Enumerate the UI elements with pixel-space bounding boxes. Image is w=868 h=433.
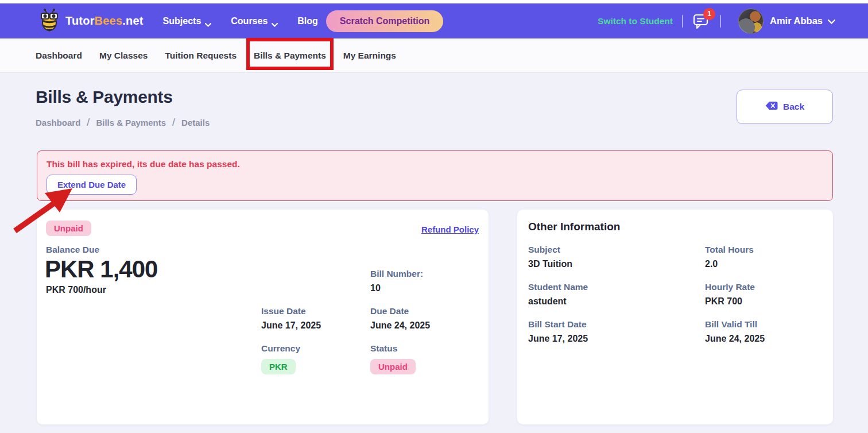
divider — [682, 15, 683, 28]
balance-due-label: Balance Due — [46, 245, 99, 255]
other-information-card: Other Information Subject 3D Tuition Tot… — [517, 210, 833, 424]
student-name-label: Student Name — [528, 282, 588, 292]
total-hours-field: Total Hours 2.0 — [705, 245, 754, 269]
main-nav: Subjects Courses Blog — [163, 16, 318, 26]
subject-field: Subject 3D Tuition — [528, 245, 572, 269]
nav-blog[interactable]: Blog — [297, 16, 318, 26]
breadcrumb: Dashboard / Bills & Payments / Details — [36, 117, 210, 129]
student-name-field: Student Name astudent — [528, 282, 588, 307]
breadcrumb-details: Details — [181, 118, 210, 127]
brand-logo[interactable]: TutorBees.net — [38, 9, 144, 34]
bill-status-badge: Unpaid — [46, 221, 91, 236]
total-hours-label: Total Hours — [705, 245, 754, 255]
refund-policy-link[interactable]: Refund Policy — [421, 225, 479, 234]
due-date-value: June 24, 2025 — [370, 320, 430, 331]
hourly-rate-value: PKR 700 — [705, 296, 755, 307]
other-information-title: Other Information — [528, 221, 620, 233]
due-date-label: Due Date — [370, 306, 430, 316]
page: TutorBees.net Subjects Courses Blog Scra… — [0, 0, 868, 433]
messages-icon[interactable]: 1 — [692, 13, 711, 30]
bill-number-value: 10 — [370, 283, 423, 293]
divider — [720, 15, 721, 28]
bill-start-date-label: Bill Start Date — [528, 319, 588, 330]
chevron-down-icon[interactable] — [828, 16, 835, 26]
issue-date-value: June 17, 2025 — [261, 320, 321, 331]
scratch-competition-button[interactable]: Scratch Competition — [326, 10, 443, 32]
back-label: Back — [783, 102, 804, 112]
bill-number-field: Bill Number: 10 — [370, 269, 423, 293]
total-hours-value: 2.0 — [705, 259, 754, 269]
tab-dashboard[interactable]: Dashboard — [36, 38, 82, 72]
notification-badge: 1 — [703, 8, 715, 20]
back-button[interactable]: Back — [737, 90, 833, 124]
bill-valid-till-value: June 24, 2025 — [705, 334, 765, 344]
breadcrumb-separator: / — [87, 117, 90, 129]
tab-my-earnings[interactable]: My Earnings — [343, 38, 396, 72]
hourly-rate-label: Hourly Rate — [705, 282, 755, 292]
breadcrumb-dashboard[interactable]: Dashboard — [36, 118, 80, 127]
due-date-field: Due Date June 24, 2025 — [370, 306, 430, 331]
expired-bill-alert: This bill has expired, its due date has … — [37, 150, 833, 201]
extend-due-date-button[interactable]: Extend Due Date — [46, 175, 137, 195]
status-badge: Unpaid — [370, 359, 416, 374]
hourly-rate-field: Hourly Rate PKR 700 — [705, 282, 755, 307]
currency-label: Currency — [261, 343, 300, 354]
currency-badge: PKR — [261, 359, 296, 374]
tab-bills-payments[interactable]: Bills & Payments — [254, 38, 326, 72]
chevron-down-icon — [272, 19, 278, 23]
currency-field: Currency PKR — [261, 343, 300, 374]
breadcrumb-bills-payments[interactable]: Bills & Payments — [96, 118, 166, 127]
user-name[interactable]: Amir Abbas — [770, 16, 823, 26]
backspace-icon — [765, 101, 778, 113]
subject-label: Subject — [528, 245, 572, 255]
navbar: TutorBees.net Subjects Courses Blog Scra… — [0, 3, 868, 38]
issue-date-field: Issue Date June 17, 2025 — [261, 306, 321, 331]
bill-valid-till-label: Bill Valid Till — [705, 319, 765, 330]
bee-logo-icon — [38, 9, 61, 34]
bill-number-label: Bill Number: — [370, 269, 423, 279]
nav-courses[interactable]: Courses — [231, 16, 278, 26]
hourly-rate-text: PKR 700/hour — [46, 285, 106, 295]
brand-wordmark: TutorBees.net — [65, 14, 144, 28]
breadcrumb-separator: / — [172, 117, 175, 129]
tab-tuition-requests[interactable]: Tuition Requests — [165, 38, 237, 72]
subject-value: 3D Tuition — [528, 259, 572, 269]
page-title: Bills & Payments — [36, 87, 173, 107]
bill-details-card: Unpaid Refund Policy Balance Due PKR 1,4… — [37, 210, 489, 424]
nav-subjects[interactable]: Subjects — [163, 16, 212, 26]
status-field: Status Unpaid — [370, 343, 416, 374]
bill-start-date-field: Bill Start Date June 17, 2025 — [528, 319, 588, 344]
bill-start-date-value: June 17, 2025 — [528, 334, 588, 344]
balance-due-amount: PKR 1,400 — [45, 256, 157, 283]
chevron-down-icon — [205, 19, 211, 23]
status-label: Status — [370, 343, 416, 354]
switch-to-student-link[interactable]: Switch to Student — [598, 16, 673, 26]
student-name-value: astudent — [528, 296, 588, 307]
user-avatar[interactable] — [738, 9, 764, 34]
issue-date-label: Issue Date — [261, 306, 321, 316]
bill-valid-till-field: Bill Valid Till June 24, 2025 — [705, 319, 765, 344]
alert-message: This bill has expired, its due date has … — [46, 159, 823, 169]
section-tabs: Dashboard My Classes Tuition Requests Bi… — [0, 38, 868, 73]
tab-my-classes[interactable]: My Classes — [99, 38, 148, 72]
